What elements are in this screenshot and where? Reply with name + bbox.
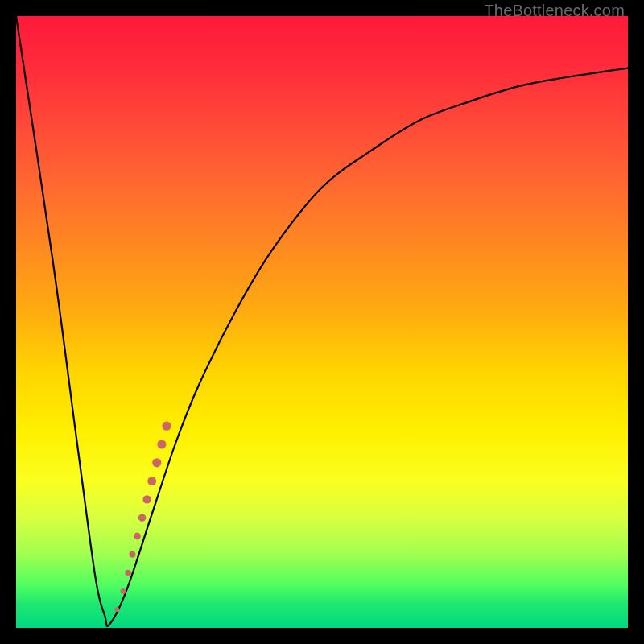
highlight-markers: [114, 422, 171, 613]
marker-dot: [142, 495, 151, 503]
curve-svg: [16, 16, 628, 628]
watermark-text: TheBottleneck.com: [484, 2, 625, 20]
marker-dot: [147, 477, 156, 485]
marker-dot: [152, 458, 161, 467]
chart-frame: TheBottleneck.com: [0, 0, 644, 644]
marker-dot: [129, 551, 135, 558]
marker-dot: [162, 422, 171, 431]
bottleneck-curve: [16, 16, 628, 626]
marker-dot: [134, 533, 141, 540]
marker-dot: [138, 514, 147, 522]
plot-area: [16, 16, 628, 628]
marker-dot: [114, 607, 119, 612]
marker-dot: [125, 570, 131, 576]
marker-dot: [121, 588, 126, 594]
marker-dot: [157, 440, 166, 448]
